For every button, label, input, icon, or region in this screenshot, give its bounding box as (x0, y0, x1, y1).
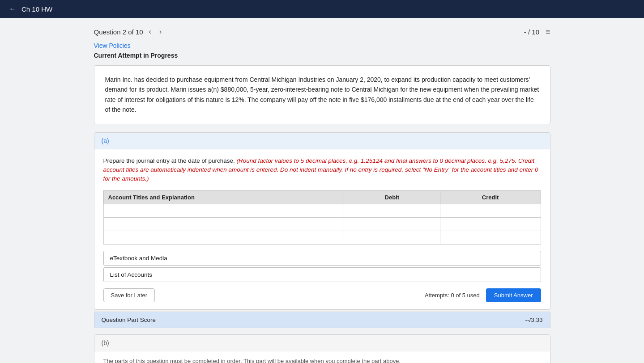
credit-input-1[interactable] (443, 206, 538, 215)
instruction-text: Prepare the journal entry at the date of… (103, 156, 541, 184)
table-row (103, 218, 541, 231)
instruction-plain: Prepare the journal entry at the date of… (103, 157, 235, 164)
credit-header: Credit (440, 191, 541, 204)
list-of-accounts-button[interactable]: List of Accounts (103, 267, 541, 282)
part-b-header: (b) (94, 335, 550, 351)
debit-input-1[interactable] (347, 206, 437, 215)
save-for-later-button[interactable]: Save for Later (103, 288, 155, 302)
main-content: Question 2 of 10 ‹ › - / 10 ≡ View Polic… (76, 18, 568, 363)
debit-header: Debit (344, 191, 440, 204)
submit-answer-button[interactable]: Submit Answer (486, 288, 541, 302)
helper-buttons: eTextbook and Media List of Accounts (103, 251, 541, 282)
score-area: - / 10 ≡ (524, 27, 550, 37)
debit-input-3[interactable] (347, 233, 437, 242)
etextbook-media-button[interactable]: eTextbook and Media (103, 251, 541, 266)
credit-input-2[interactable] (443, 219, 538, 229)
credit-input-3[interactable] (443, 233, 538, 242)
right-action-area: Attempts: 0 of 5 used Submit Answer (425, 288, 541, 302)
next-question-button[interactable]: › (157, 27, 164, 37)
view-policies-link[interactable]: View Policies (94, 42, 550, 49)
table-row (103, 204, 541, 218)
account-input-2[interactable] (107, 219, 341, 229)
top-navigation: ← Ch 10 HW (0, 0, 644, 18)
part-a-section: (a) Prepare the journal entry at the dat… (94, 132, 550, 310)
part-b-body: The parts of this question must be compl… (94, 351, 550, 363)
list-view-icon[interactable]: ≡ (546, 27, 550, 37)
account-input-1[interactable] (107, 206, 341, 215)
debit-input-2[interactable] (347, 219, 437, 229)
question-navigation: Question 2 of 10 ‹ › (94, 27, 164, 37)
account-header: Account Titles and Explanation (103, 191, 344, 204)
problem-text: Marin Inc. has decided to purchase equip… (94, 65, 550, 124)
part-b-section: (b) The parts of this question must be c… (94, 334, 550, 363)
attempts-text: Attempts: 0 of 5 used (425, 292, 480, 299)
account-input-3[interactable] (107, 233, 341, 242)
part-a-label: (a) (102, 137, 109, 144)
journal-entry-table: Account Titles and Explanation Debit Cre… (103, 190, 541, 245)
attempt-status: Current Attempt in Progress (94, 52, 550, 59)
action-row: Save for Later Attempts: 0 of 5 used Sub… (103, 288, 541, 302)
table-row (103, 231, 541, 245)
part-a-body: Prepare the journal entry at the date of… (94, 149, 550, 310)
prev-question-button[interactable]: ‹ (147, 27, 154, 37)
back-button[interactable]: ← (9, 5, 16, 13)
part-b-label: (b) (102, 339, 109, 346)
part-a-score-footer: Question Part Score --/3.33 (94, 312, 550, 328)
nav-title: Ch 10 HW (21, 5, 52, 13)
question-label: Question 2 of 10 (94, 28, 143, 36)
total-score: - / 10 (524, 28, 539, 36)
part-a-score-value: --/3.33 (525, 317, 542, 323)
part-a-header: (a) (94, 133, 550, 149)
part-a-score-label: Question Part Score (102, 317, 156, 323)
question-header: Question 2 of 10 ‹ › - / 10 ≡ (94, 27, 550, 37)
